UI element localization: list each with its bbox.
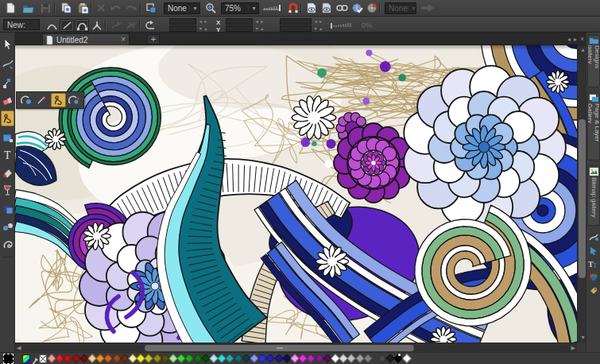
canvas[interactable] <box>15 45 577 343</box>
new-label: New: <box>7 21 25 29</box>
divider <box>2 257 14 258</box>
save-button-disabled[interactable] <box>38 2 52 14</box>
fill-value: None <box>389 4 408 13</box>
tab-scroll-left-button[interactable]: ◂ <box>567 36 571 43</box>
new-document-button[interactable] <box>3 2 17 14</box>
feather-slider[interactable] <box>330 19 357 32</box>
snap-magnet-button[interactable] <box>286 2 300 14</box>
stroke-width-value: None <box>168 4 187 13</box>
fill-select-disabled[interactable]: None▼ <box>385 2 416 14</box>
color-picker-icon[interactable] <box>32 354 39 364</box>
freehand-brush-tool[interactable] <box>1 56 14 72</box>
color-editor-button[interactable] <box>22 354 30 363</box>
text-tool[interactable]: T <box>1 147 14 163</box>
delete-button-disabled[interactable] <box>94 2 108 14</box>
vertical-scroll-thumb[interactable] <box>579 119 586 278</box>
line-gallery-icon[interactable] <box>588 231 599 242</box>
page-layer-gallery-label: Page & Layer Gallery <box>587 103 600 160</box>
freehand-tool-active[interactable] <box>1 110 14 126</box>
color-gallery-icon[interactable] <box>588 272 599 283</box>
fonts-gallery-icon[interactable]: TT <box>588 258 599 269</box>
export-preview-button[interactable] <box>304 2 319 14</box>
reverse-path-button[interactable] <box>143 19 157 32</box>
chevron-down-icon: ▼ <box>189 6 198 11</box>
scroll-down-arrow[interactable]: ▼ <box>580 333 586 343</box>
stroke-width-select[interactable]: None▼ <box>164 2 200 14</box>
fill-tool[interactable] <box>1 165 14 181</box>
arrow-gallery-icon[interactable] <box>588 245 599 256</box>
cusp-join-button[interactable] <box>90 19 104 32</box>
separator <box>54 3 56 14</box>
tab-page-layer-gallery[interactable]: Page & Layer Gallery <box>587 92 600 161</box>
new-tab-button[interactable]: + <box>147 34 160 45</box>
size-field-1[interactable] <box>280 18 312 25</box>
page-background-swatch[interactable] <box>3 354 14 364</box>
folder-icon <box>590 37 598 44</box>
left-toolstrip: T <box>0 33 15 352</box>
document-tab[interactable]: Untitled2 × <box>42 33 130 45</box>
shape-editor-tool[interactable] <box>1 76 14 91</box>
eraser-tool[interactable] <box>1 93 14 109</box>
shadow-tool[interactable] <box>1 201 14 217</box>
rectangle-tool[interactable] <box>1 130 14 145</box>
spinner-3[interactable]: ◂▸▾▴ <box>313 18 323 32</box>
freehand-options-minibar <box>16 91 84 109</box>
spinner-2[interactable]: ◂▸▾▴ <box>254 18 265 32</box>
color-palette-bar <box>0 352 600 364</box>
transparency-tool[interactable] <box>1 183 14 199</box>
name-gallery-icon[interactable] <box>588 285 599 296</box>
position-field-2a[interactable] <box>226 18 253 25</box>
position-field-1b[interactable] <box>169 25 196 32</box>
pan-tool[interactable] <box>1 237 14 253</box>
position-field-2b[interactable] <box>226 25 253 32</box>
undo-button-disabled[interactable] <box>109 2 123 14</box>
feather-value: 0% <box>362 21 372 29</box>
position-field-1a[interactable] <box>169 18 196 25</box>
break-shape-button-disabled[interactable] <box>124 19 138 32</box>
quality-slider[interactable] <box>262 2 283 14</box>
zoom-tool-button[interactable] <box>203 2 218 14</box>
tab-bitmap-gallery[interactable]: Bitmap gallery <box>587 165 600 226</box>
size-field-2[interactable] <box>280 25 312 32</box>
line-segment-button[interactable] <box>60 19 74 32</box>
scroll-up-arrow[interactable]: ▲ <box>580 45 586 55</box>
current-color-marker <box>398 354 401 356</box>
freehand-squiggle-icon[interactable] <box>51 93 66 107</box>
new-style-box[interactable]: New: <box>3 19 40 30</box>
arc-segment-button[interactable] <box>45 19 59 32</box>
web-animation-button[interactable] <box>365 2 379 14</box>
paste-button[interactable] <box>76 2 91 14</box>
vertical-scrollbar[interactable]: ▲ ▼ <box>577 45 586 343</box>
palette-swatch[interactable] <box>402 354 411 362</box>
spinner-1[interactable]: ◂▸▾▴ <box>198 18 208 32</box>
apply-button-disabled[interactable] <box>420 2 435 14</box>
brush-draw-icon[interactable] <box>18 93 33 107</box>
push-tool-button[interactable] <box>144 2 158 14</box>
svg-text:T: T <box>593 261 598 269</box>
tab-close-button[interactable]: × <box>121 36 126 44</box>
selector-tool[interactable] <box>1 36 14 52</box>
blend-tool[interactable] <box>1 219 14 234</box>
smooth-handles-button-disabled[interactable] <box>109 19 123 32</box>
zoom-level-select[interactable]: 75%▼ <box>221 2 259 14</box>
horizontal-scroll-thumb[interactable] <box>145 345 414 351</box>
redo-button-disabled[interactable] <box>124 2 138 14</box>
horizontal-scrollbar[interactable]: ◀ ▶ <box>15 343 577 352</box>
palette-swatch[interactable] <box>363 354 372 362</box>
hyperlink-button[interactable] <box>335 2 349 14</box>
document-icon <box>46 36 53 45</box>
tab-designs-gallery[interactable]: Designs gallery <box>587 35 600 87</box>
web-properties-button[interactable] <box>350 2 364 14</box>
import-preview-button[interactable] <box>319 2 334 14</box>
copy-button[interactable] <box>59 2 73 14</box>
tab-scroll-right-button[interactable]: ▸ <box>574 36 577 43</box>
image-icon <box>590 168 598 176</box>
straight-line-icon[interactable] <box>34 93 48 107</box>
tabbar-close-button[interactable]: × <box>580 36 584 43</box>
separator <box>139 20 141 30</box>
curve-segment-button[interactable] <box>75 19 89 32</box>
open-document-button[interactable] <box>21 2 35 14</box>
svg-text:T: T <box>4 149 11 161</box>
no-color-swatch[interactable] <box>39 354 47 363</box>
brush-style-icon[interactable] <box>68 93 82 107</box>
